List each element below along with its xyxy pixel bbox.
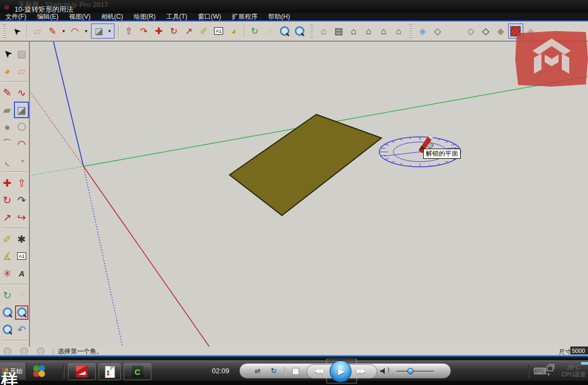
launcher-icon[interactable] (33, 365, 45, 377)
pan-tool[interactable]: ☝ (14, 288, 29, 303)
toolbar-separator (118, 24, 119, 38)
volume-slider-knob[interactable] (407, 368, 414, 374)
view-front-button[interactable]: ⌂ (346, 24, 361, 38)
rectangle-tool[interactable]: ▰ (0, 102, 14, 118)
zoom-tool[interactable] (0, 305, 14, 320)
view-left-button[interactable]: ⌂ (391, 24, 406, 38)
circle-tool[interactable]: ● (0, 119, 14, 135)
offset-tool[interactable]: ↪ (14, 210, 29, 225)
line-tool[interactable]: ✎ (45, 24, 60, 38)
three-point-arc-tool[interactable]: ◟ (0, 153, 14, 169)
signin-icon[interactable] (37, 348, 44, 355)
style-hidden-line-button[interactable]: ◇ (478, 24, 493, 38)
zoom-tool[interactable] (277, 24, 292, 38)
repeat-icon[interactable]: ↻ (271, 367, 277, 375)
select-tool[interactable]: ➤ (9, 24, 24, 38)
rotated-rectangle-tool-dropdown[interactable]: ▼ (108, 29, 112, 34)
move-tool[interactable]: ✚ (151, 24, 166, 38)
eraser-tool[interactable]: ▱ (30, 24, 45, 38)
view-top-button[interactable]: ▤ (331, 24, 346, 38)
view-right-button[interactable]: ⌂ (361, 24, 376, 38)
rectangle-face[interactable] (230, 114, 381, 215)
play-button[interactable]: ▶ (330, 360, 352, 382)
rotated-rectangle-tool[interactable]: ◪ (92, 24, 106, 38)
make-component-tool[interactable]: ▧ (14, 46, 29, 61)
scale-tool[interactable]: ↗ (181, 24, 196, 38)
rotated-rectangle-tool[interactable]: ◪ (14, 102, 29, 118)
line-tool-dropdown[interactable]: ▼ (62, 29, 66, 34)
menu-item-7[interactable]: 扩展程序 (226, 13, 263, 20)
zoom-window-tool[interactable] (14, 305, 29, 320)
eraser-tool[interactable]: ▱ (14, 63, 29, 79)
select-tool[interactable]: ➤ (0, 46, 14, 61)
scale-tool[interactable]: ↗ (0, 210, 14, 225)
move-tool[interactable]: ✚ (0, 175, 14, 191)
video-progress-bar[interactable] (0, 355, 588, 357)
fast-forward-button[interactable]: ▶▶ (357, 367, 364, 375)
menu-item-2[interactable]: 视图(V) (64, 13, 96, 20)
make-component-tool-icon: ▧ (17, 49, 27, 59)
protractor-tool[interactable]: ∡ (0, 249, 14, 264)
menu-item-4[interactable]: 绘图(R) (128, 13, 161, 20)
push-pull-tool[interactable]: ⇧ (14, 175, 29, 191)
line-tool-icon: ✎ (3, 88, 12, 98)
style-shaded-button[interactable]: ◆ (493, 24, 508, 38)
zoom-extents-tool[interactable]: ✕ (292, 24, 307, 38)
tape-measure-tool[interactable]: ✐ (0, 232, 14, 247)
rotate-tool[interactable]: ↻ (166, 24, 181, 38)
arc-tool[interactable]: ⌒ (0, 136, 14, 152)
follow-me-tool-icon: ↷ (140, 27, 148, 36)
text-tool[interactable]: A1 (14, 249, 29, 264)
style-wireframe-button[interactable]: ◇ (463, 24, 478, 38)
menu-item-6[interactable]: 窗口(W) (193, 13, 226, 20)
view-iso-button[interactable]: ⌂ (316, 24, 331, 38)
follow-me-tool[interactable]: ↷ (136, 24, 151, 38)
style-back-edges-button[interactable]: ◇ (430, 24, 445, 38)
volume-slider-track[interactable] (396, 371, 434, 373)
credits-icon[interactable] (20, 348, 28, 355)
pan-tool[interactable]: ☝ (262, 24, 277, 38)
paint-bucket-tool[interactable]: ◕ (226, 24, 241, 38)
input-method-keyboard-icon[interactable]: ⌨ (533, 366, 547, 377)
line-tool[interactable]: ✎ (0, 85, 14, 101)
dimension-tool[interactable]: ✱ (14, 232, 29, 247)
two-point-arc-tool[interactable]: ◠ (14, 136, 29, 152)
paint-bucket-tool[interactable]: ◕ (0, 63, 14, 79)
tray-caret-down-icon[interactable]: ▾ (547, 372, 550, 377)
arc-tool[interactable]: ◠ (67, 24, 82, 38)
menu-item-1[interactable]: 编辑(E) (32, 13, 64, 20)
taskbar-camtasia-button[interactable]: C (124, 363, 151, 380)
zoom-extents-tool[interactable]: ✕ (0, 322, 14, 337)
rotate-tool[interactable]: ↻ (0, 192, 14, 208)
window-restore-icon[interactable] (547, 366, 553, 371)
tape-measure-tool[interactable]: ✐ (196, 24, 211, 38)
text-tool[interactable]: A1 (211, 24, 226, 38)
rewind-button[interactable]: ◀◀ (314, 367, 322, 375)
menu-item-0[interactable]: 文件(F) (0, 13, 32, 20)
stop-button[interactable] (292, 368, 299, 375)
3d-text-tool[interactable]: A (14, 266, 29, 281)
axes-tool[interactable]: ✳ (0, 266, 14, 281)
style-xray-button[interactable]: ◈ (415, 24, 430, 38)
palette-row: ●⎔ (0, 118, 29, 135)
view-back-button[interactable]: ⌂ (376, 24, 391, 38)
polygon-tool[interactable]: ⎔ (14, 119, 29, 135)
volume-speaker-icon[interactable] (380, 368, 387, 374)
previous-view-tool[interactable]: ↶ (14, 322, 29, 337)
shuffle-icon[interactable]: ⇄ (255, 367, 261, 375)
menu-item-8[interactable]: 帮助(H) (263, 13, 295, 20)
freehand-tool[interactable]: ∿ (14, 85, 29, 101)
orbit-tool[interactable]: ↻ (0, 288, 14, 303)
rectangle-tool-icon: ▰ (3, 105, 11, 115)
taskbar-sketchup-button[interactable] (68, 363, 96, 380)
follow-me-tool[interactable]: ↷ (14, 192, 29, 208)
taskbar-document-button[interactable] (98, 363, 121, 380)
pie-tool[interactable]: ◔ (14, 153, 29, 169)
push-pull-tool[interactable]: ⇧ (121, 24, 136, 38)
drawing-canvas[interactable] (30, 42, 588, 346)
menu-item-5[interactable]: 工具(T) (161, 13, 193, 20)
orbit-tool[interactable]: ↻ (247, 24, 262, 38)
arc-tool-dropdown[interactable]: ▼ (84, 29, 88, 34)
geolocation-icon[interactable] (4, 348, 11, 355)
menu-item-3[interactable]: 相机(C) (96, 13, 128, 20)
